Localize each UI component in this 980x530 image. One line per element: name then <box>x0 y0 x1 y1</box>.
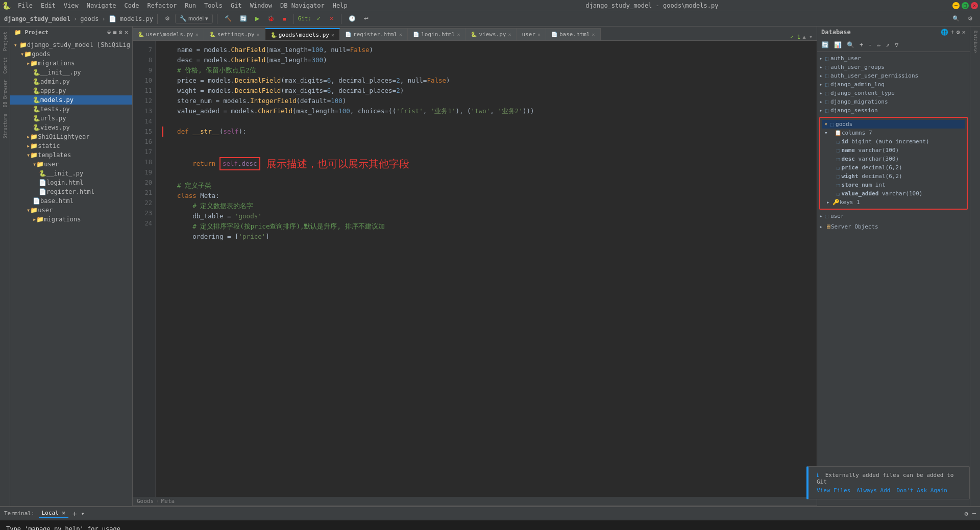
tree-root[interactable]: ▾ 📁 django_study_model [ShiQiLig <box>10 40 132 49</box>
minimize-button[interactable]: ─ <box>952 2 960 9</box>
tree-init-py[interactable]: 🐍 __init__.py <box>10 68 132 77</box>
tab-user[interactable]: user ✕ <box>517 28 546 40</box>
db-table-goods[interactable]: ▾ ⬚ goods <box>822 120 965 129</box>
db-settings-icon[interactable]: ⚙ <box>957 29 960 36</box>
toolbar-run[interactable]: ▶ <box>252 14 262 23</box>
db-table-migrations[interactable]: ▸ ⬚ django_migrations <box>817 97 970 106</box>
terminal-settings-btn[interactable]: ⚙ <box>965 510 968 517</box>
tree-models-py[interactable]: 🐍 models.py <box>10 95 132 105</box>
toolbar-run-config[interactable]: ⚙ <box>162 14 173 23</box>
sidebar-action-collapse[interactable]: ≡ <box>113 29 116 36</box>
tab-goods-models-close[interactable]: ✕ <box>331 32 334 38</box>
tab-views-py[interactable]: 🐍 views.py ✕ <box>465 28 517 40</box>
close-button[interactable]: ✕ <box>971 2 978 9</box>
project-panel-icon[interactable]: Project <box>2 29 9 54</box>
db-tool-funnel[interactable]: ▽ <box>893 40 900 49</box>
tree-shiqilightyear-folder[interactable]: ▸ 📁 ShiQiLightyear <box>10 132 132 141</box>
menu-tools[interactable]: Tools <box>200 1 227 10</box>
tab-user-models[interactable]: 🐍 user\models.py ✕ <box>133 28 204 40</box>
db-col-value-added[interactable]: ⬚ value_added varchar(100) <box>822 189 965 198</box>
database-side-icon[interactable]: Database <box>972 27 979 57</box>
terminal-minimize-btn[interactable]: ─ <box>972 510 976 517</box>
db-table-user[interactable]: ▸ ⬚ user <box>817 212 970 220</box>
menu-view[interactable]: View <box>60 1 83 10</box>
sidebar-action-locate[interactable]: ⊕ <box>107 29 111 36</box>
db-globe-icon[interactable]: 🌐 <box>941 29 948 36</box>
menu-window[interactable]: Window <box>246 1 276 10</box>
tree-goods-folder[interactable]: ▾ 📁 goods <box>10 49 132 59</box>
db-table-auth-perms[interactable]: ▸ ⬚ auth_user_user_permissions <box>817 71 970 80</box>
db-tool-schema[interactable]: 📊 <box>832 40 844 49</box>
notification-dont-ask[interactable]: Don't Ask Again <box>896 487 947 494</box>
tree-register-html[interactable]: 📄 register.html <box>10 187 132 196</box>
tab-login-html[interactable]: 📄 login.html ✕ <box>408 28 465 40</box>
tab-register-close[interactable]: ✕ <box>399 32 402 37</box>
git-check-btn[interactable]: ✓ <box>313 14 324 23</box>
tree-user-app-folder[interactable]: ▾ 📁 user <box>10 206 132 215</box>
db-tool-plus[interactable]: + <box>857 40 865 49</box>
terminal-new-btn[interactable]: + <box>72 510 77 518</box>
tab-base-close[interactable]: ✕ <box>592 32 595 37</box>
tree-urls-py[interactable]: 🐍 urls.py <box>10 114 132 123</box>
toolbar-history[interactable]: 🕐 <box>346 14 359 23</box>
menu-navigate[interactable]: Navigate <box>83 1 120 10</box>
db-tool-refresh[interactable]: 🔄 <box>819 40 831 49</box>
tree-apps-py[interactable]: 🐍 apps.py <box>10 86 132 95</box>
toolbar-stop[interactable]: ■ <box>280 15 289 23</box>
menu-run[interactable]: Run <box>181 1 200 10</box>
tab-user-models-close[interactable]: ✕ <box>195 32 199 37</box>
breadcrumb-meta[interactable]: Meta <box>161 498 175 504</box>
tree-templates-user-folder[interactable]: ▾ 📁 user <box>10 160 132 169</box>
tab-login-close[interactable]: ✕ <box>457 32 460 37</box>
db-close-icon[interactable]: ✕ <box>962 29 966 36</box>
db-col-price[interactable]: ⬚ price decimal(6,2) <box>822 163 965 172</box>
db-col-store-num[interactable]: ⬚ store_num int <box>822 181 965 189</box>
menu-git[interactable]: Git <box>227 1 246 10</box>
toolbar-undo[interactable]: ↩ <box>361 14 372 23</box>
tree-migrations-folder[interactable]: ▸ 📁 migrations <box>10 59 132 68</box>
db-table-session[interactable]: ▸ ⬚ django_session <box>817 106 970 115</box>
tab-views-close[interactable]: ✕ <box>508 32 511 37</box>
breadcrumb-goods[interactable]: Goods <box>137 498 154 504</box>
terminal-tab-local[interactable]: Local ✕ <box>39 509 68 518</box>
db-goods-columns-group[interactable]: ▾ 📋 columns 7 <box>822 129 965 137</box>
tree-static-folder[interactable]: ▸ 📁 static <box>10 141 132 150</box>
db-tool-arrow[interactable]: ↗ <box>884 40 892 49</box>
tree-admin-py[interactable]: 🐍 admin.py <box>10 77 132 86</box>
tab-settings-close[interactable]: ✕ <box>257 32 260 37</box>
sidebar-action-settings[interactable]: ⚙ <box>119 29 122 36</box>
git-x-btn[interactable]: ✕ <box>326 14 337 23</box>
db-tool-edit[interactable]: ✏ <box>875 40 883 49</box>
notification-always-add[interactable]: Always Add <box>856 487 890 494</box>
toolbar-build[interactable]: 🔨 <box>222 14 235 23</box>
db-col-id[interactable]: ⬚ id bigint (auto increment) <box>822 137 965 146</box>
menu-code[interactable]: Code <box>120 1 143 10</box>
toolbar-search[interactable]: 🔍 <box>949 14 963 23</box>
db-server-objects[interactable]: ▸ 🖥 Server Objects <box>817 222 970 231</box>
tree-user-migrations-folder[interactable]: ▸ 📁 migrations <box>10 215 132 224</box>
tab-goods-models[interactable]: 🐍 goods\models.py ✕ <box>265 28 340 40</box>
db-table-admin-log[interactable]: ▸ ⬚ django_admin_log <box>817 80 970 89</box>
structure-panel-icon[interactable]: Structure <box>2 111 9 142</box>
toolbar-model-select[interactable]: 🔧 model ▾ <box>175 14 213 23</box>
menu-file[interactable]: File <box>14 1 37 10</box>
menu-help[interactable]: Help <box>329 1 352 10</box>
db-goods-keys[interactable]: ▸ 🔑 keys 1 <box>822 198 965 207</box>
tab-settings[interactable]: 🐍 settings.py ✕ <box>204 28 265 40</box>
db-new-icon[interactable]: + <box>950 29 954 36</box>
tab-user-close[interactable]: ✕ <box>537 32 541 37</box>
db-col-desc[interactable]: ⬚ desc varchar(300) <box>822 155 965 163</box>
db-browser-panel-icon[interactable]: DB Browser <box>2 77 9 110</box>
menu-dbnavigator[interactable]: DB Navigator <box>276 1 329 10</box>
notification-view-files[interactable]: View Files <box>817 487 850 494</box>
menu-edit[interactable]: Edit <box>37 1 60 10</box>
tab-base-html[interactable]: 📄 base.html ✕ <box>546 28 601 40</box>
terminal-dropdown-btn[interactable]: ▾ <box>81 510 84 517</box>
tree-base-html[interactable]: 📄 base.html <box>10 196 132 206</box>
db-tool-minus[interactable]: - <box>866 40 874 49</box>
db-table-content-type[interactable]: ▸ ⬚ django_content_type <box>817 89 970 97</box>
tree-tests-py[interactable]: 🐍 tests.py <box>10 105 132 114</box>
db-col-name[interactable]: ⬚ name varchar(100) <box>822 146 965 155</box>
tree-login-html[interactable]: 📄 login.html <box>10 178 132 187</box>
commit-panel-icon[interactable]: Commit <box>2 54 9 77</box>
